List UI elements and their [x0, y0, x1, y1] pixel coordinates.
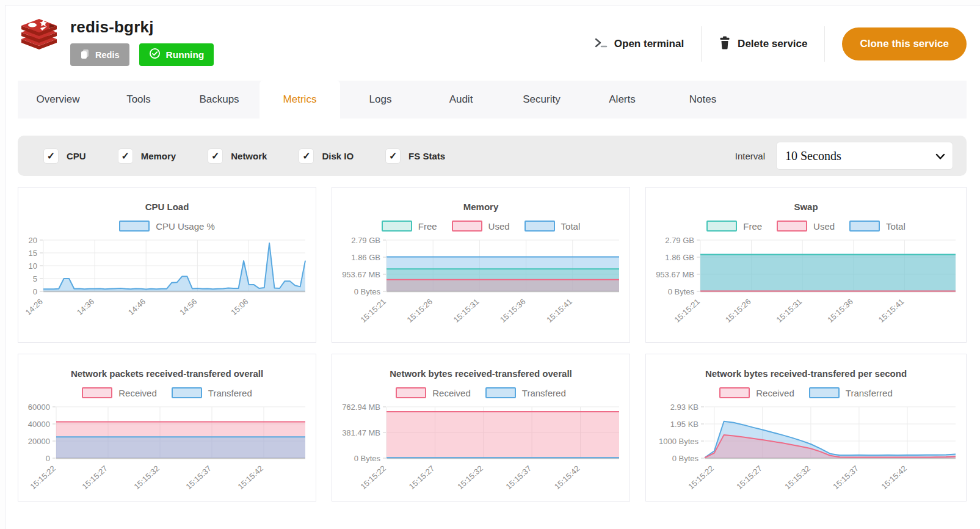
checkbox-label: Network — [231, 151, 267, 161]
svg-text:14:46: 14:46 — [126, 297, 147, 317]
interval-select[interactable]: 10 Seconds — [776, 142, 953, 170]
legend-item-total: Total — [524, 221, 581, 232]
interval-label: Interval — [735, 151, 765, 161]
tab-overview[interactable]: Overview — [18, 81, 98, 119]
chart-title: Network packets received-transfered over… — [18, 368, 316, 379]
header-actions: Open terminal Delete service Clone this … — [577, 26, 967, 62]
tab-tools[interactable]: Tools — [98, 81, 179, 119]
chart-card-memory: MemoryFreeUsedTotal0 Bytes953.67 MB1.86 … — [332, 187, 630, 343]
checkbox-cpu[interactable]: ✓CPU — [43, 148, 86, 164]
legend-swatch-teal — [706, 221, 737, 232]
legend-label: Received — [756, 388, 794, 398]
chart-title: CPU Load — [18, 202, 316, 212]
chart-legend: FreeUsedTotal — [646, 220, 966, 232]
svg-text:15:15:27: 15:15:27 — [735, 464, 764, 491]
legend-item-used: Used — [777, 221, 849, 232]
checkbox-box[interactable]: ✓ — [118, 148, 133, 164]
svg-text:15:15:37: 15:15:37 — [504, 464, 533, 491]
svg-text:14:56: 14:56 — [178, 297, 198, 317]
legend-label: Used — [813, 221, 835, 232]
legend-item-transfered: Transfered — [485, 387, 566, 398]
svg-text:15:15:22: 15:15:22 — [686, 464, 716, 491]
chart-card-net-bytes-overall: Network bytes received-transfered overal… — [332, 354, 630, 502]
legend-swatch-blue — [524, 221, 555, 232]
chart-card-net-bytes-per-second: Network bytes received-transfered per se… — [645, 354, 967, 502]
svg-text:15:15:42: 15:15:42 — [553, 464, 582, 491]
svg-text:20000: 20000 — [28, 437, 50, 446]
checkbox-memory[interactable]: ✓Memory — [118, 148, 176, 164]
chart-legend: ReceivedTransfered — [18, 387, 316, 399]
tab-security[interactable]: Security — [501, 81, 582, 119]
svg-text:15:15:41: 15:15:41 — [545, 297, 574, 324]
chart-legend: ReceivedTransfered — [332, 387, 630, 399]
check-circle-icon — [149, 48, 161, 62]
legend-item-transferred: Transferred — [809, 387, 893, 398]
tab-audit[interactable]: Audit — [421, 81, 501, 119]
checkbox-fs-stats[interactable]: ✓FS Stats — [385, 148, 445, 164]
legend-label: Transfered — [208, 388, 252, 398]
checkbox-box[interactable]: ✓ — [43, 148, 59, 164]
svg-text:15:15:42: 15:15:42 — [879, 464, 909, 491]
checkbox-disk-io[interactable]: ✓Disk IO — [299, 148, 354, 164]
legend-label: Free — [418, 221, 437, 232]
chart-plot-swap: 0 Bytes953.67 MB1.86 GB2.79 GB15:15:2115… — [653, 235, 959, 332]
legend-label: Transfered — [522, 388, 566, 398]
svg-text:953.67 MB: 953.67 MB — [342, 270, 380, 279]
svg-text:15:15:26: 15:15:26 — [405, 297, 435, 324]
legend-swatch-pink — [452, 221, 482, 232]
interval-select-wrap: 10 Seconds — [776, 142, 953, 170]
interval-group: Interval 10 Seconds — [735, 142, 953, 170]
svg-text:15:15:27: 15:15:27 — [407, 464, 437, 491]
legend-item-free: Free — [706, 221, 777, 232]
terminal-icon — [594, 37, 608, 52]
svg-text:15:15:42: 15:15:42 — [236, 464, 265, 491]
service-type-badge: Redis — [70, 43, 129, 66]
svg-text:15:15:27: 15:15:27 — [80, 464, 109, 491]
page-title: redis-bgrkj — [70, 18, 214, 37]
chart-legend: ReceivedTransferred — [646, 387, 966, 399]
charts-row-2: Network packets received-transfered over… — [18, 354, 967, 502]
app-container: redis-bgrkj Redis — [5, 5, 980, 529]
svg-text:15:06: 15:06 — [229, 297, 250, 317]
svg-text:953.67 MB: 953.67 MB — [656, 270, 694, 279]
svg-text:15:15:36: 15:15:36 — [498, 297, 528, 324]
svg-text:15:15:31: 15:15:31 — [452, 297, 481, 324]
legend-swatch-blue — [119, 221, 150, 232]
svg-text:15:15:41: 15:15:41 — [877, 297, 906, 324]
tab-alerts[interactable]: Alerts — [582, 81, 662, 119]
checkbox-box[interactable]: ✓ — [385, 148, 401, 164]
legend-label: Total — [886, 221, 906, 232]
legend-label: Total — [561, 221, 581, 232]
svg-text:5: 5 — [33, 274, 37, 283]
chart-plot-net-packets-overall: 020000400006000015:15:2215:15:2715:15:32… — [25, 402, 309, 498]
svg-text:0 Bytes: 0 Bytes — [672, 454, 699, 463]
svg-text:15:15:21: 15:15:21 — [358, 297, 388, 324]
legend-item-used: Used — [452, 221, 524, 232]
delete-service-button[interactable]: Delete service — [702, 36, 824, 53]
badges-row: Redis Running — [70, 43, 214, 66]
tab-metrics[interactable]: Metrics — [260, 81, 340, 119]
chart-plot-cpu-load: 0510152014:2614:3614:4614:5615:06 — [25, 235, 309, 332]
checkbox-network[interactable]: ✓Network — [208, 148, 267, 164]
svg-text:15:15:36: 15:15:36 — [826, 297, 855, 324]
svg-text:14:36: 14:36 — [75, 297, 96, 317]
legend-swatch-pink — [777, 221, 807, 232]
tab-backups[interactable]: Backups — [179, 81, 260, 119]
svg-text:60000: 60000 — [28, 403, 50, 412]
checkbox-box[interactable]: ✓ — [299, 148, 314, 164]
svg-text:15: 15 — [29, 249, 37, 258]
tab-notes[interactable]: Notes — [662, 81, 743, 119]
svg-text:15:15:32: 15:15:32 — [783, 464, 812, 491]
clone-service-button[interactable]: Clone this service — [842, 27, 967, 60]
legend-item-received: Received — [396, 387, 485, 398]
open-terminal-button[interactable]: Open terminal — [577, 37, 701, 52]
svg-text:381.47 MB: 381.47 MB — [342, 428, 380, 437]
legend-label: Used — [488, 221, 510, 232]
checkbox-box[interactable]: ✓ — [208, 148, 223, 164]
legend-item-free: Free — [382, 221, 452, 232]
legend-label: Free — [743, 221, 762, 232]
svg-text:762.94 MB: 762.94 MB — [342, 403, 380, 412]
tab-logs[interactable]: Logs — [340, 81, 421, 119]
svg-text:15:15:32: 15:15:32 — [456, 464, 485, 491]
svg-text:2.93 KB: 2.93 KB — [670, 403, 699, 412]
